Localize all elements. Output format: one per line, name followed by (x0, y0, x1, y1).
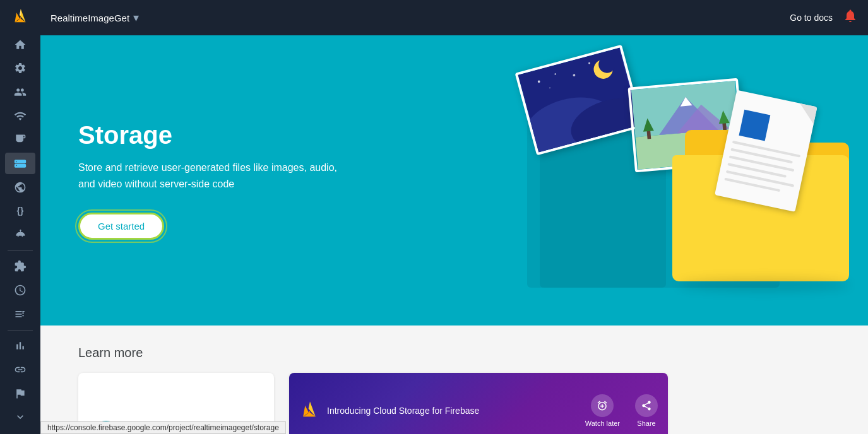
sidebar-item-expand[interactable] (5, 406, 35, 428)
sidebar-item-usage[interactable] (5, 279, 35, 301)
flag-icon (13, 387, 27, 401)
hero-illustration (388, 35, 868, 326)
video-thumbnail: Introducing Cloud Storage for Firebase W… (289, 373, 668, 434)
watch-later-action[interactable]: Watch later (585, 394, 620, 427)
firestore-icon: {} (13, 204, 27, 218)
hero-section: Storage Store and retrieve user-generate… (40, 35, 868, 326)
sidebar-item-analytics[interactable] (5, 335, 35, 356)
sidebar-item-hosting[interactable] (5, 177, 35, 198)
people-icon (13, 85, 27, 99)
functions-icon (13, 132, 27, 146)
home-icon (13, 38, 27, 52)
go-to-docs-link[interactable]: Go to docs (790, 13, 833, 23)
video-title: Introducing Cloud Storage for Firebase (327, 406, 578, 416)
sidebar-item-realtime-db[interactable] (5, 105, 35, 127)
video-actions: Watch later Share (585, 394, 658, 427)
extensions-icon (13, 259, 27, 273)
learn-more-title: Learn more (78, 346, 830, 360)
sidebar-item-settings[interactable] (5, 57, 35, 79)
project-chevron-icon: ▾ (133, 11, 139, 25)
wifi-icon (13, 109, 27, 123)
url-text: https://console.firebase.google.com/proj… (47, 423, 279, 432)
video-firebase-logo (299, 401, 319, 421)
hero-title: Storage (78, 121, 343, 150)
sidebar-item-dynamic-links[interactable] (5, 359, 35, 380)
url-tooltip: https://console.firebase.google.com/proj… (40, 421, 286, 434)
project-name-label: RealtimeImageGet (51, 13, 129, 23)
sidebar-item-firestore[interactable]: {} (5, 200, 35, 221)
top-bar: RealtimeImageGet ▾ Go to docs (40, 0, 868, 35)
firebase-logo[interactable] (5, 6, 35, 28)
sidebar-item-ml[interactable] (5, 224, 35, 245)
hero-text: Storage Store and retrieve user-generate… (78, 121, 343, 239)
sidebar-item-storage[interactable] (5, 153, 35, 174)
sidebar-item-logs[interactable] (5, 303, 35, 325)
get-started-button[interactable]: Get started (78, 213, 164, 240)
settings-icon (13, 61, 27, 75)
robot-icon (13, 228, 27, 242)
logs-icon (13, 307, 27, 321)
clock-icon (13, 283, 27, 297)
share-icon (635, 394, 658, 417)
globe-icon (13, 180, 27, 194)
share-label: Share (637, 419, 655, 427)
watch-later-label: Watch later (585, 419, 620, 427)
storage-icon (13, 156, 27, 170)
sidebar-item-remote-config[interactable] (5, 383, 35, 404)
video-card[interactable]: Introducing Cloud Storage for Firebase W… (289, 373, 668, 434)
main-content: RealtimeImageGet ▾ Go to docs Storage St… (40, 0, 868, 434)
project-selector[interactable]: RealtimeImageGet ▾ (51, 11, 139, 25)
link-icon (13, 363, 27, 377)
bar-chart-icon (13, 339, 27, 353)
folder-shadow (679, 278, 849, 291)
sidebar-item-home[interactable] (5, 34, 35, 56)
sidebar-divider-2 (8, 330, 33, 331)
watch-later-icon (591, 394, 614, 417)
sidebar-item-auth[interactable] (5, 81, 35, 103)
share-action[interactable]: Share (635, 394, 658, 427)
learn-more-section: Learn more How do I get started? View th… (40, 326, 868, 434)
sidebar-divider-1 (8, 250, 33, 251)
hero-description: Store and retrieve user-generated files … (78, 160, 343, 192)
sidebar-item-extensions[interactable] (5, 256, 35, 278)
sidebar: {} (0, 0, 40, 434)
sidebar-item-functions[interactable] (5, 129, 35, 150)
notification-icon[interactable] (843, 8, 858, 27)
expand-icon (13, 410, 27, 424)
